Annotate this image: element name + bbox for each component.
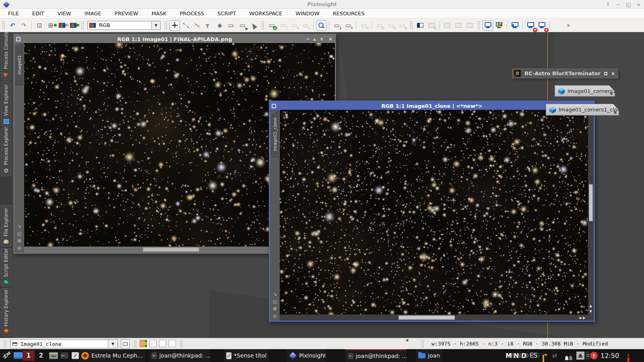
scrollbar-thumb[interactable]	[589, 184, 593, 221]
chevron-down-icon[interactable]: ▼	[108, 340, 118, 348]
undo-button[interactable]: ↶	[7, 20, 18, 31]
menu-edit[interactable]: EDIT	[32, 10, 44, 16]
blurxterminator-panel[interactable]: B RC-Astro BlurXTerminator ×	[512, 68, 618, 78]
sidebar-tab-history-explorer[interactable]: History Explorer	[1, 288, 11, 336]
fit-view-icon[interactable]: ◱	[17, 231, 21, 236]
screen-transfer-button[interactable]	[483, 20, 493, 31]
zoom-to-fit-button[interactable]: ↖↘	[181, 20, 191, 31]
menu-resources[interactable]: RESOURCES	[333, 10, 365, 16]
zoom-tool-button[interactable]	[316, 20, 326, 31]
menu-script[interactable]: SCRIPT	[217, 10, 236, 16]
center-view-icon[interactable]: ◎	[17, 246, 21, 250]
archive-launcher-icon[interactable]	[49, 352, 58, 359]
toolbar-drag-handle[interactable]	[2, 21, 5, 30]
apply-stf-button[interactable]: ◀	[510, 20, 520, 31]
tile-view-icon[interactable]: ⊞	[17, 239, 21, 243]
star-field-image01-clone[interactable]	[280, 110, 588, 315]
restore-swap-file-button[interactable]: ▭↑	[343, 20, 353, 31]
new-preview-button[interactable]: ▭+	[266, 20, 277, 31]
scroll-left-icon[interactable]: ◀	[578, 316, 581, 320]
taskbar-task-firefox[interactable]: Estrela Mu Ceph...	[79, 349, 146, 362]
pan-mode-button[interactable]: ↔↕	[203, 20, 214, 31]
edit-selection-button[interactable]: ▭▲	[237, 20, 248, 31]
scrollbar-thumb[interactable]	[143, 247, 199, 252]
iconized-view-image01-corners1[interactable]: Image01_corners1 N	[555, 85, 615, 97]
shade-icon[interactable]: ▴	[314, 36, 316, 42]
menu-file[interactable]: FILE	[8, 10, 19, 16]
tray-panel-icon[interactable]	[585, 352, 590, 360]
zoom-to-selection-button[interactable]: ↘↖	[192, 20, 202, 31]
keyboard-layout-indicator[interactable]: ES	[530, 352, 537, 359]
edit-preview-button[interactable]: ▭╱	[278, 20, 288, 31]
show-mask-button[interactable]	[415, 20, 425, 31]
clock[interactable]: 12:50	[601, 352, 619, 360]
close-icon[interactable]: ×	[611, 71, 615, 76]
sidebar-tab-process-console[interactable]: Process Console	[1, 34, 11, 80]
new-image-button[interactable]: ⊞	[45, 20, 56, 31]
statusbar-drag-handle[interactable]	[421, 340, 424, 348]
toolbar-drag-handle[interactable]	[477, 21, 480, 30]
zoom-mode-icon[interactable]: ↘	[273, 292, 277, 296]
channel-extract-button[interactable]	[68, 20, 78, 31]
chevron-down-icon[interactable]: ▼	[151, 21, 160, 29]
image-close-button[interactable]: ▭⊗	[397, 20, 407, 31]
toolbar-drag-handle[interactable]	[164, 21, 167, 30]
alert-notification-icon[interactable]: !	[590, 352, 598, 360]
tile-view-icon[interactable]: ⊞	[273, 306, 277, 311]
invert-mask-button[interactable]	[442, 20, 452, 31]
close-icon[interactable]: ×	[328, 36, 332, 42]
minimize-icon[interactable]: −	[616, 2, 620, 8]
zoom-mode-icon[interactable]: ↘	[17, 224, 21, 228]
keep-on-top-icon[interactable]: ↑	[606, 2, 610, 8]
scroll-right-icon[interactable]: ▶	[583, 316, 586, 320]
new-rect-selection-button[interactable]: ▭	[226, 20, 236, 31]
undo-image-button[interactable]: ▭↶	[359, 20, 369, 31]
reset-stf-button[interactable]: ×	[525, 20, 536, 31]
sidebar-tab-view-explorer[interactable]: View Explorer	[1, 81, 11, 127]
app-titlebar[interactable]: PixInsight ↑ − ◱ ×	[0, 0, 644, 9]
workspace-thumbnail-2[interactable]	[149, 340, 157, 347]
workspace-thumbnail-3[interactable]	[159, 340, 166, 347]
taskbar-task-sense-titol[interactable]: *Sense títol	[224, 349, 269, 362]
restore-icon[interactable]: ◱	[626, 2, 631, 8]
toolbar-drag-handle[interactable]	[410, 21, 413, 30]
scroll-down-icon[interactable]: ▼	[589, 309, 592, 313]
display-channel-select[interactable]: RGB ▼	[87, 21, 161, 30]
menu-process[interactable]: PROCESS	[180, 10, 204, 16]
view-tab-image01[interactable]: Image01	[14, 43, 24, 86]
terminal-launcher-icon[interactable]: >-	[60, 352, 68, 359]
select-mode-button[interactable]: ▲	[248, 20, 259, 31]
menu-workspace[interactable]: WORKSPACE	[249, 10, 282, 16]
clipboard-tray-icon[interactable]	[543, 355, 544, 362]
toolbar-drag-handle[interactable]	[81, 21, 84, 30]
workspace-button-1[interactable]: 1	[23, 350, 35, 361]
image-window-titlebar[interactable]: RGB 1:1 Image01 | FINAL-APILADA.png − ▴ …	[14, 35, 335, 43]
save-swap-file-button[interactable]: ▭↓	[332, 20, 342, 31]
toolbar-overflow-button[interactable]: »	[563, 20, 574, 31]
horizontal-scrollbar[interactable]: ◀ ▶	[280, 315, 588, 321]
sidebar-tab-process-explorer[interactable]: Process Explorer ⚙	[1, 128, 11, 176]
workspace-thumbnail-4[interactable]	[169, 340, 176, 347]
view-tab-image01-clone[interactable]: Image01_clone	[270, 110, 280, 159]
statusbar-drag-handle[interactable]	[134, 340, 136, 348]
fit-view-icon[interactable]: ◱	[273, 299, 277, 304]
remove-mask-button[interactable]	[464, 20, 475, 31]
statusbar-drag-handle[interactable]	[3, 340, 6, 348]
center-view-icon[interactable]: ◎	[273, 314, 277, 318]
color-spaces-button[interactable]	[57, 20, 67, 31]
disable-stf-button[interactable]: ×	[537, 20, 547, 31]
menu-image[interactable]: IMAGE	[85, 10, 101, 16]
color-management-button[interactable]: 24	[494, 20, 504, 31]
image-settings-button[interactable]: ▭⚙	[374, 20, 385, 31]
iconized-view-image01-corners1-clone[interactable]: Image01_corners1_clone N	[546, 104, 619, 115]
taskbar-task-file-manager[interactable]: joan	[416, 349, 442, 362]
menu-mask[interactable]: MASK	[151, 10, 166, 16]
view-selector-dropdown[interactable]: Image01_clone ▼	[10, 339, 118, 348]
power-button-icon[interactable]	[627, 354, 630, 362]
vertical-scrollbar[interactable]: ▲ ▼	[588, 110, 594, 321]
toolbar-drag-handle[interactable]	[261, 21, 264, 30]
menu-view[interactable]: VIEW	[58, 10, 71, 16]
select-mask-button[interactable]	[453, 20, 464, 31]
dock-icon[interactable]	[604, 72, 607, 75]
minimize-icon[interactable]: −	[306, 36, 310, 42]
